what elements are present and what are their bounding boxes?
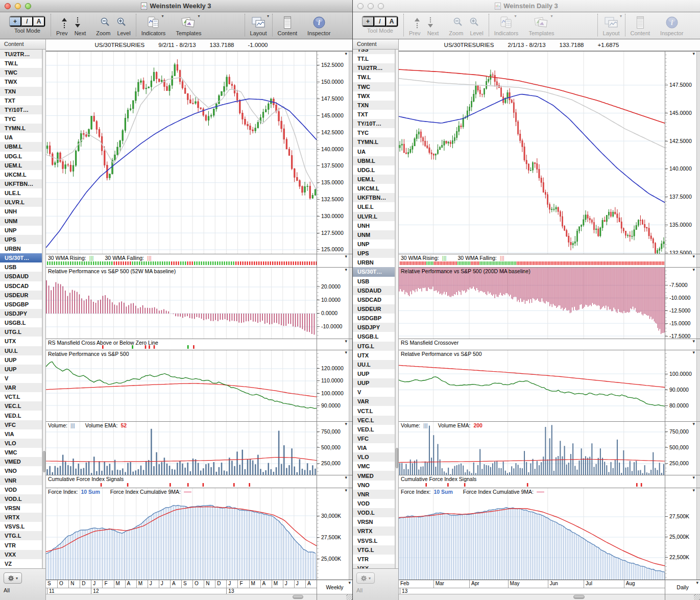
symbol-list-item[interactable]: VFC — [0, 420, 42, 429]
symbol-list-item[interactable]: VTG.L — [353, 545, 395, 555]
symbol-list-item[interactable]: UBM.L — [353, 156, 395, 165]
panel-menu-arrow-icon[interactable]: ▾ — [345, 339, 347, 344]
timeframe-select[interactable]: Weekly▾ — [317, 580, 352, 594]
symbol-list-item[interactable]: TW.L — [0, 59, 42, 68]
tool-text-button[interactable]: A — [33, 16, 45, 27]
relative-performance-histogram[interactable]: Relative Performance vs S&P 500 (200D MA… — [399, 267, 665, 339]
symbol-list-item[interactable]: TXN — [0, 87, 42, 96]
symbol-list-item[interactable]: UTX — [0, 337, 42, 346]
symbol-list-item[interactable]: VTG.L — [0, 531, 42, 540]
prev-icon[interactable] — [61, 16, 68, 29]
symbol-list-item[interactable]: VSVS.L — [0, 522, 42, 531]
symbol-list-item[interactable]: TXN — [353, 101, 395, 110]
symbol-list-item[interactable]: UUP — [353, 378, 395, 388]
close-button[interactable] — [5, 3, 11, 9]
symbol-list-item[interactable]: TWX — [0, 77, 42, 86]
symbol-list-item[interactable]: US/30T… — [353, 267, 395, 276]
symbol-list-item[interactable]: VOD — [0, 485, 42, 494]
symbol-list-item[interactable]: VXX — [0, 550, 42, 559]
panel-menu-arrow-icon[interactable]: ▾ — [345, 475, 347, 480]
symbol-list-item[interactable]: UU.L — [0, 346, 42, 355]
symbol-list-item[interactable]: VOD.L — [0, 494, 42, 503]
panel-menu-arrow-icon[interactable]: ▾ — [345, 51, 347, 56]
symbol-list-item[interactable]: VRTX — [353, 526, 395, 536]
symbol-list-item[interactable]: TY/10T… — [0, 105, 42, 114]
symbol-list-item[interactable]: URBN — [353, 258, 395, 267]
symbol-list-item[interactable]: UBM.L — [0, 142, 42, 151]
symbol-list-item[interactable]: USB — [353, 277, 395, 286]
symbol-list-item[interactable]: UUP — [0, 355, 42, 365]
action-gear-button[interactable]: ▾ — [4, 572, 22, 584]
symbol-list-item[interactable]: UKFTBN… — [353, 193, 395, 202]
resize-grip[interactable] — [694, 594, 700, 600]
resize-grip[interactable] — [346, 594, 352, 600]
relative-performance-histogram[interactable]: Relative Performance vs S&P 500 (52W MA … — [46, 267, 317, 339]
panel-menu-arrow-icon[interactable]: ▾ — [692, 51, 695, 56]
symbol-list-item[interactable]: VOD.L — [353, 508, 395, 517]
symbol-list-item[interactable]: USDJPY — [0, 309, 42, 318]
symbol-list-item[interactable]: UEM.L — [0, 161, 42, 170]
symbol-list-item[interactable]: UA — [0, 133, 42, 142]
horizontal-scrollbar-thumb[interactable] — [293, 595, 303, 599]
panel-menu-arrow-icon[interactable]: ▾ — [345, 421, 347, 426]
minimize-button[interactable] — [368, 3, 374, 9]
symbol-list-item[interactable]: US/30T… — [0, 253, 42, 262]
templates-icon[interactable] — [181, 16, 196, 29]
symbol-list-item[interactable]: TXT — [0, 96, 42, 105]
content-icon[interactable] — [283, 16, 292, 29]
relative-performance-lines[interactable]: Relative Performance vs S&P 500 — [46, 350, 317, 421]
symbol-list-item[interactable]: UA — [353, 147, 395, 156]
symbol-list-item[interactable]: USGB.L — [353, 332, 395, 341]
panel-menu-arrow-icon[interactable]: ▾ — [345, 350, 347, 355]
symbol-list-item[interactable]: VSVS.L — [353, 536, 395, 545]
symbol-list-item[interactable]: USDCAD — [353, 295, 395, 304]
symbol-list-item[interactable]: VED.L — [0, 411, 42, 420]
indicators-icon[interactable] — [147, 16, 160, 29]
symbol-list-item[interactable]: UPS — [0, 235, 42, 244]
inspector-icon[interactable]: i — [665, 16, 679, 29]
next-icon[interactable] — [74, 16, 81, 29]
symbol-list-item[interactable]: VTR — [353, 555, 395, 564]
inspector-icon[interactable]: i — [312, 16, 326, 29]
symbol-list-item[interactable]: UNM — [353, 230, 395, 239]
zoom-in-icon[interactable] — [116, 17, 127, 28]
zoom-window-button[interactable] — [378, 3, 384, 9]
relative-performance-lines[interactable]: Relative Performance vs S&P 500 — [399, 350, 665, 421]
symbol-list-item[interactable]: USDEUR — [353, 304, 395, 314]
symbol-list-item[interactable]: ULVR.L — [353, 212, 395, 221]
symbol-list-item[interactable]: VMC — [353, 462, 395, 471]
indicators-icon[interactable] — [500, 16, 513, 29]
symbol-list-item[interactable]: VLO — [353, 452, 395, 462]
symbol-list-item[interactable]: VMED — [0, 457, 42, 466]
symbol-list-item[interactable]: TWC — [0, 68, 42, 77]
titlebar[interactable]: Weinstein Daily 3 — [353, 0, 700, 12]
volume-chart[interactable]: Volume:|||Volume EMA:52 — [46, 421, 317, 475]
tool-crosshair-button[interactable]: + — [10, 16, 21, 27]
horizontal-scrollbar[interactable] — [46, 594, 317, 600]
symbol-list-item[interactable]: TSS — [353, 50, 395, 54]
symbol-list-item[interactable]: VAR — [0, 383, 42, 392]
horizontal-scrollbar[interactable] — [399, 594, 665, 600]
symbol-list-item[interactable]: VRTX — [0, 513, 42, 522]
symbol-list-item[interactable]: TU/2TR… — [0, 50, 42, 59]
symbol-list-item[interactable]: UPS — [353, 249, 395, 258]
symbol-list-item[interactable]: VZ — [0, 559, 42, 568]
zoom-out-icon[interactable] — [453, 17, 463, 28]
panel-menu-arrow-icon[interactable]: ▾ — [692, 267, 695, 272]
price-chart[interactable] — [399, 51, 665, 254]
horizontal-scrollbar-thumb[interactable] — [573, 595, 585, 599]
tool-text-button[interactable]: A — [386, 16, 398, 27]
symbol-list-item[interactable]: USDJPY — [353, 323, 395, 332]
symbol-list-item[interactable]: USDAUD — [0, 272, 42, 281]
tool-trendline-button[interactable]: / — [374, 16, 386, 27]
symbol-list-item[interactable]: TW.L — [353, 73, 395, 82]
symbol-list-item[interactable]: UTG.L — [353, 342, 395, 351]
symbol-list-item[interactable]: ULE.L — [353, 202, 395, 211]
layout-icon[interactable] — [251, 16, 265, 29]
symbol-list-item[interactable]: UNH — [0, 207, 42, 216]
symbol-list-item[interactable]: UUP — [0, 365, 42, 374]
symbol-list-item[interactable]: TU/2TR… — [353, 63, 395, 73]
volume-chart[interactable]: Volume:|||Volume EMA:200 — [399, 421, 665, 475]
symbol-list-item[interactable]: URBN — [0, 244, 42, 253]
symbol-list-item[interactable]: TWC — [353, 82, 395, 91]
